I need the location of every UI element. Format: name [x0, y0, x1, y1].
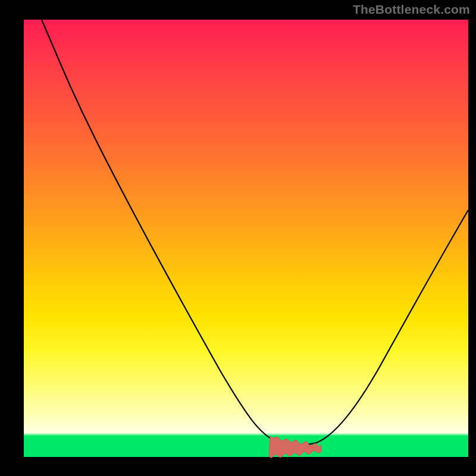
chart-frame: TheBottleneck.com	[0, 0, 476, 476]
plot-area	[24, 20, 468, 457]
optimal-marker	[269, 436, 321, 458]
watermark-text: TheBottleneck.com	[353, 2, 470, 17]
bottleneck-curve	[24, 20, 468, 457]
curve-path	[42, 20, 468, 445]
